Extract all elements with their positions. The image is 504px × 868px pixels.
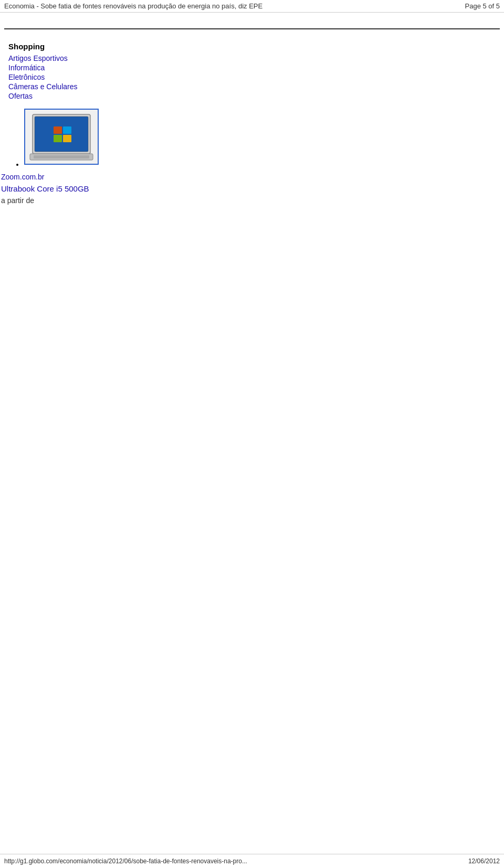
footer-date: 12/06/2012: [468, 858, 500, 865]
list-item[interactable]: Artigos Esportivos: [8, 54, 496, 62]
footer-url: http://g1.globo.com/economia/noticia/201…: [4, 858, 247, 865]
page-title: Economia - Sobe fatia de fontes renováve…: [4, 2, 262, 10]
informatica-link[interactable]: Informática: [8, 63, 45, 72]
shopping-section: Shopping Artigos Esportivos Informática …: [8, 42, 496, 100]
product-image-container[interactable]: [24, 109, 99, 165]
ofertas-link[interactable]: Ofertas: [8, 92, 33, 100]
list-item: [24, 109, 496, 168]
product-info: Zoom.com.br Ultrabook Core i5 500GB a pa…: [1, 173, 496, 205]
product-name-link[interactable]: Ultrabook Core i5 500GB: [1, 184, 496, 193]
product-list: [8, 109, 496, 168]
list-item[interactable]: Informática: [8, 63, 496, 72]
shopping-heading: Shopping: [8, 42, 496, 51]
svg-rect-3: [54, 126, 62, 134]
svg-rect-8: [34, 155, 89, 158]
svg-rect-4: [63, 126, 71, 134]
top-divider: [4, 28, 500, 29]
cameras-link[interactable]: Câmeras e Celulares: [8, 82, 78, 91]
svg-rect-6: [63, 135, 71, 142]
main-content: Shopping Artigos Esportivos Informática …: [0, 38, 504, 209]
artigos-esportivos-link[interactable]: Artigos Esportivos: [8, 54, 68, 62]
page-number: Page 5 of 5: [465, 2, 500, 10]
list-item[interactable]: Eletrônicos: [8, 73, 496, 81]
list-item[interactable]: Ofertas: [8, 92, 496, 100]
list-item[interactable]: Câmeras e Celulares: [8, 82, 496, 91]
product-source-link[interactable]: Zoom.com.br: [1, 173, 496, 181]
svg-rect-5: [54, 135, 62, 142]
footer-bar: http://g1.globo.com/economia/noticia/201…: [0, 854, 504, 868]
shopping-links: Artigos Esportivos Informática Eletrônic…: [8, 54, 496, 100]
product-price-label: a partir de: [1, 196, 496, 205]
eletronicos-link[interactable]: Eletrônicos: [8, 73, 45, 81]
header-bar: Economia - Sobe fatia de fontes renováve…: [0, 0, 504, 13]
laptop-image: [27, 112, 96, 162]
